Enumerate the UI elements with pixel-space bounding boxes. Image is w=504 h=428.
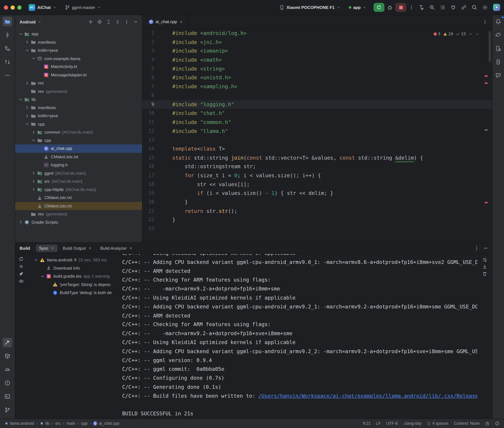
code-line-9[interactable]: 9#include "logging.h" (142, 100, 492, 109)
tree-item-jvmtarget-string-is-deprec[interactable]: 'jvmTarget: String' is deprec (27, 280, 120, 288)
clang-tidy-status[interactable]: .clang-tidy (403, 421, 421, 426)
run-button[interactable] (374, 3, 384, 12)
hide-project-panel-icon[interactable] (133, 19, 138, 24)
run-config-selector[interactable]: app (346, 4, 369, 11)
scroll-to-end-icon[interactable] (482, 264, 487, 269)
code-line-23[interactable]: 23 (142, 224, 492, 233)
notifications-button[interactable] (493, 16, 503, 26)
tree-item-ggml[interactable]: ggml[AiChat.lib.main] (15, 169, 142, 177)
collapse-all-icon[interactable] (115, 19, 120, 24)
passed-count[interactable]: 15 (456, 32, 466, 36)
dependencies-tool-button[interactable] (3, 351, 12, 361)
tree-item-kotlin-java[interactable]: kotlin+java (15, 46, 142, 54)
chevron-down-icon[interactable] (31, 56, 37, 61)
chevron-right-icon[interactable] (31, 179, 37, 184)
code-line-3[interactable]: 3#include <iomanip> (142, 47, 492, 56)
chevron-right-icon[interactable] (24, 40, 30, 45)
chevron-right-icon[interactable] (31, 130, 37, 135)
device-selector[interactable]: Xiaomi POCOPHONE F1 (277, 4, 343, 11)
build-console[interactable]: C/C++: -- Using KleidiAI optimized kerne… (120, 254, 477, 419)
tree-item-cpp[interactable]: cpp (15, 120, 142, 128)
build-options-kebab-icon[interactable] (474, 246, 479, 251)
error-stripe-mark[interactable] (485, 202, 488, 203)
tree-item-src[interactable]: src[AiChat.lib.main] (15, 177, 142, 185)
clear-console-icon[interactable] (482, 271, 487, 276)
branch-widget[interactable]: ggml-master (62, 4, 103, 11)
structure-tool-button[interactable] (3, 44, 12, 53)
editor-tab-ai-chat-cpp[interactable]: C ai_chat.cpp (145, 15, 187, 28)
breadcrumb-item-cpp[interactable]: cpp (81, 421, 87, 426)
code-line-18[interactable]: 18 str << values[i]; (142, 180, 492, 189)
project-widget[interactable]: AC AiChat (26, 3, 59, 12)
tree-item-com-example-llama[interactable]: com.example.llama (15, 54, 142, 63)
chevron-down-icon[interactable] (31, 138, 37, 143)
zoom-window-button[interactable] (17, 5, 21, 9)
problems-tool-button[interactable] (3, 378, 12, 388)
code-line-20[interactable]: 20 } (142, 198, 492, 207)
debug-button[interactable] (387, 4, 393, 10)
error-stripe-mark[interactable] (485, 82, 488, 84)
tree-item-lib[interactable]: lib (15, 95, 142, 104)
build-output-path-link[interactable]: /Users/hanyin/Workspace/ai-chat/examples… (258, 393, 478, 399)
stop-button[interactable] (395, 3, 406, 12)
tree-item-cpp[interactable]: cpp (15, 136, 142, 145)
file-encoding[interactable]: UTF-8 (386, 421, 398, 426)
code-line-7[interactable]: 7#include <sampling.h> (142, 82, 492, 91)
tree-item-logging-h[interactable]: Hlogging.h (15, 161, 142, 169)
code-line-15[interactable]: 15static std::string join(const std::vec… (142, 153, 492, 162)
search-icon[interactable] (472, 4, 478, 10)
inspections-status-icon[interactable] (495, 421, 500, 426)
close-tab-icon[interactable] (129, 246, 133, 250)
chevron-down-icon[interactable] (24, 48, 30, 53)
filter-eye-icon[interactable] (19, 279, 24, 284)
rerun-sync-icon[interactable] (19, 256, 24, 262)
chevron-right-icon[interactable] (31, 187, 37, 192)
code-line-12[interactable]: 12#include "llama.h" (142, 127, 492, 136)
code-line-21[interactable]: 21 return str.str(); (142, 207, 492, 216)
code-line-4[interactable]: 4#include <cmath> (142, 56, 492, 64)
ok-stripe-mark[interactable] (485, 129, 488, 131)
editor-scrollbar[interactable] (488, 31, 491, 62)
tree-item-cmakelists-txt[interactable]: CMakeLists.txt (15, 202, 142, 210)
tab-build-analyzer[interactable]: Build Analyzer (97, 244, 136, 252)
inspections-widget[interactable]: 3 24 15 (432, 31, 481, 37)
plugin-icon[interactable] (450, 4, 456, 10)
tree-item-res[interactable]: res(generated) (15, 87, 142, 95)
caret-position[interactable]: 9:21 (363, 421, 371, 426)
code-line-22[interactable]: 22} (142, 216, 492, 224)
tab-build-output[interactable]: Build Output (60, 244, 95, 252)
hide-build-window-icon[interactable] (483, 246, 488, 251)
next-problem-icon[interactable] (475, 32, 479, 36)
add-icon[interactable] (88, 19, 93, 24)
tree-item-app[interactable]: app (15, 30, 142, 38)
device-manager-button[interactable] (493, 44, 503, 53)
chevron-right-icon[interactable] (24, 113, 30, 118)
chevron-down-icon[interactable] (18, 97, 24, 102)
app-quality-insights-button[interactable] (493, 71, 503, 80)
pin-icon[interactable] (19, 271, 24, 276)
tree-item-kotlin-java[interactable]: kotlin+java (15, 112, 142, 120)
breadcrumb-item-lib[interactable]: lib (40, 421, 49, 426)
select-opened-file-icon[interactable] (97, 19, 102, 24)
code-editor[interactable]: 1#include <android/log.h>2#include <jni.… (142, 29, 492, 242)
chevron-right-icon[interactable] (24, 81, 30, 86)
tree-item-messageadapter-kt[interactable]: KMessageAdapter.kt (15, 71, 142, 79)
error-stripe-mark[interactable] (485, 75, 488, 77)
stop-sync-icon[interactable] (19, 264, 24, 269)
chevron-down-icon[interactable] (33, 257, 39, 263)
tree-item-res[interactable]: res (15, 79, 142, 87)
close-tab-icon[interactable] (51, 246, 54, 250)
prev-problem-icon[interactable] (469, 32, 472, 36)
tree-item-common[interactable]: common[AiChat.lib.main] (15, 128, 142, 136)
context-widget[interactable]: Context: None (454, 421, 480, 426)
warnings-count[interactable]: 24 (443, 32, 453, 36)
tree-item-cmakelists-txt[interactable]: CMakeLists.txt (15, 153, 142, 161)
ai-assistant-icon[interactable]: ✦ (493, 4, 500, 11)
close-tab-icon[interactable] (88, 246, 92, 250)
link-icon[interactable] (461, 4, 467, 10)
build-tool-button[interactable] (3, 338, 12, 347)
code-line-10[interactable]: 10#include "chat.h" (142, 109, 492, 118)
line-separator[interactable]: LF (376, 421, 381, 426)
more-run-actions-button[interactable] (409, 5, 414, 10)
chevron-right-icon[interactable] (24, 105, 30, 110)
